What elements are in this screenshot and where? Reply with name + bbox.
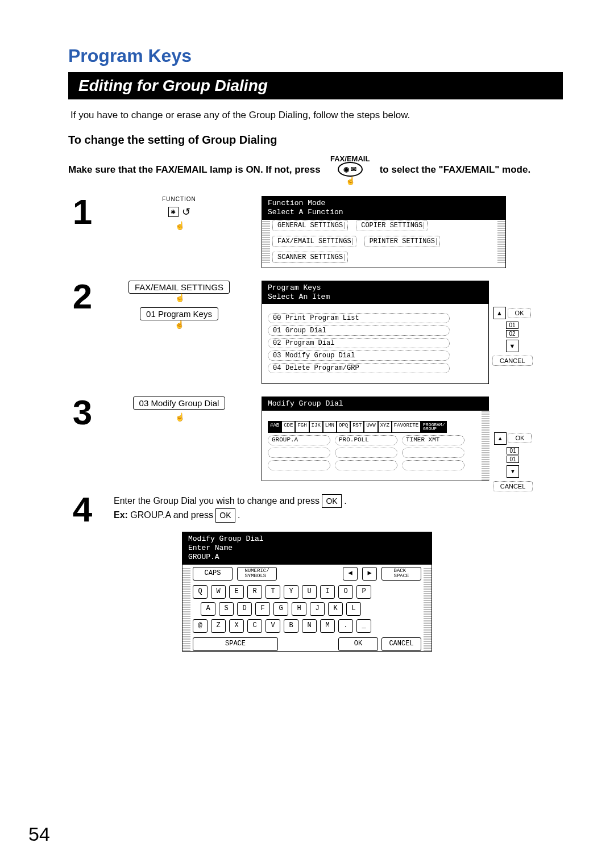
empty-field[interactable] bbox=[402, 460, 464, 470]
modify-group-dial-button[interactable]: 03 Modify Group Dial bbox=[133, 397, 226, 410]
key[interactable]: T bbox=[265, 585, 280, 599]
scroll-up-icon[interactable]: ▲ bbox=[494, 432, 507, 445]
step-1: 1 FUNCTION ✱ ↺ ☝ Function Mode Select A … bbox=[68, 196, 563, 268]
list-item[interactable]: 04Delete Program/GRP bbox=[268, 363, 450, 373]
cancel-button[interactable]: CANCEL bbox=[493, 481, 533, 491]
scroll-down-icon[interactable]: ▼ bbox=[506, 340, 518, 352]
scroll-up-icon[interactable]: ▲ bbox=[493, 307, 506, 319]
step4-text: Enter the Group Dial you wish to change … bbox=[114, 496, 322, 506]
ok-inline-button[interactable]: OK bbox=[215, 508, 235, 522]
tab[interactable]: PROGRAM/ GROUP bbox=[421, 421, 447, 432]
list-item[interactable]: 02Program Dial bbox=[268, 338, 450, 348]
tab[interactable]: FAVORITE bbox=[392, 421, 421, 432]
menu-scanner-settings[interactable]: SCANNER SETTINGS bbox=[272, 252, 348, 263]
press-hand-icon: ☝ bbox=[175, 222, 185, 229]
screen-header-line: Select An Item bbox=[268, 293, 483, 302]
key[interactable]: D bbox=[237, 602, 252, 616]
cancel-key[interactable]: CANCEL bbox=[381, 637, 421, 651]
key[interactable]: @ bbox=[193, 619, 208, 633]
empty-field[interactable] bbox=[402, 448, 464, 458]
key[interactable]: V bbox=[265, 619, 280, 633]
caps-key[interactable]: CAPS bbox=[193, 567, 233, 581]
tab[interactable]: UVW bbox=[364, 421, 377, 432]
menu-general-settings[interactable]: GENERAL SETTINGS bbox=[272, 220, 348, 231]
screen-keyboard: Modify Group Dial Enter Name GROUP.A CAP… bbox=[182, 532, 432, 652]
ok-button[interactable]: OK bbox=[508, 433, 532, 443]
section-bar: Editing for Group Dialing bbox=[68, 72, 563, 99]
press-hand-icon: ☝ bbox=[175, 320, 184, 328]
backspace-key[interactable]: BACK SPACE bbox=[381, 567, 421, 581]
screen-header-line: Function Mode bbox=[268, 199, 500, 208]
list-item[interactable]: 00Print Program List bbox=[268, 313, 450, 323]
key[interactable]: P bbox=[356, 585, 371, 599]
key[interactable]: B bbox=[284, 619, 298, 633]
key[interactable]: J bbox=[310, 602, 325, 616]
key[interactable]: L bbox=[346, 602, 361, 616]
screen-program-keys: Program Keys Select An Item 00Print Prog… bbox=[262, 281, 489, 385]
tab[interactable]: OPQ bbox=[337, 421, 350, 432]
asterisk-key-icon[interactable]: ✱ bbox=[168, 207, 179, 217]
menu-copier-settings[interactable]: COPIER SETTINGS bbox=[356, 220, 428, 231]
tab[interactable]: XYZ bbox=[378, 421, 392, 432]
timer-xmt-field[interactable]: TIMER XMT bbox=[402, 435, 464, 445]
key[interactable]: E bbox=[229, 585, 244, 599]
cursor-left-key[interactable]: ◀ bbox=[343, 567, 358, 581]
group-field[interactable]: GROUP.A bbox=[268, 435, 330, 445]
scroll-down-icon[interactable]: ▼ bbox=[507, 465, 519, 478]
key[interactable]: W bbox=[211, 585, 226, 599]
key[interactable]: Q bbox=[193, 585, 208, 599]
space-key[interactable]: SPACE bbox=[193, 637, 278, 651]
empty-field[interactable] bbox=[335, 448, 397, 458]
list-item[interactable]: 03Modify Group Dial bbox=[268, 350, 450, 361]
empty-field[interactable] bbox=[268, 460, 330, 470]
cursor-right-key[interactable]: ▶ bbox=[362, 567, 377, 581]
key[interactable]: H bbox=[292, 602, 306, 616]
tab[interactable]: RST bbox=[350, 421, 364, 432]
loop-icon: ↺ bbox=[182, 206, 190, 218]
empty-field[interactable] bbox=[268, 448, 330, 458]
key[interactable]: R bbox=[247, 585, 262, 599]
fax-email-button-icon[interactable]: ◉ ✉ bbox=[338, 162, 363, 177]
tab[interactable]: LMN bbox=[323, 421, 337, 432]
step4-text: GROUP.A and press bbox=[130, 510, 215, 520]
key[interactable]: X bbox=[229, 619, 244, 633]
key[interactable]: C bbox=[247, 619, 262, 633]
tab[interactable]: FGH bbox=[295, 421, 309, 432]
instr-post: to select the "FAX/EMAIL" mode. bbox=[380, 164, 531, 176]
cancel-button[interactable]: CANCEL bbox=[492, 356, 533, 366]
numeric-symbols-key[interactable]: NUMERIC/ SYMBOLS bbox=[237, 567, 277, 581]
key[interactable]: . bbox=[338, 619, 353, 633]
key[interactable]: O bbox=[338, 585, 353, 599]
ok-inline-button[interactable]: OK bbox=[322, 494, 341, 508]
key[interactable]: A bbox=[201, 602, 215, 616]
program-keys-button[interactable]: 01 Program Keys bbox=[140, 307, 218, 320]
tab[interactable]: IJK bbox=[309, 421, 323, 432]
step-number: 2 bbox=[68, 281, 97, 312]
key[interactable]: _ bbox=[356, 619, 371, 633]
subheading: To change the setting of Group Dialing bbox=[68, 133, 563, 147]
ok-key[interactable]: OK bbox=[338, 637, 378, 651]
key[interactable]: K bbox=[328, 602, 343, 616]
tab[interactable]: #AB bbox=[268, 421, 281, 432]
step-number: 3 bbox=[68, 397, 97, 428]
list-item[interactable]: 01Group Dial bbox=[268, 326, 450, 336]
key[interactable]: G bbox=[273, 602, 288, 616]
key[interactable]: M bbox=[320, 619, 335, 633]
key[interactable]: Y bbox=[284, 585, 298, 599]
key[interactable]: N bbox=[302, 619, 317, 633]
key[interactable]: S bbox=[219, 602, 234, 616]
key[interactable]: Z bbox=[211, 619, 226, 633]
empty-field[interactable] bbox=[335, 460, 397, 470]
tab[interactable]: CDE bbox=[281, 421, 295, 432]
fax-email-settings-button[interactable]: FAX/EMAIL SETTINGS bbox=[128, 281, 230, 294]
menu-printer-settings[interactable]: PRINTER SETTINGS bbox=[364, 236, 440, 247]
key[interactable]: F bbox=[255, 602, 270, 616]
screen-header-line: Program Keys bbox=[268, 283, 483, 293]
instr-pre: Make sure that the FAX/EMAIL lamp is ON.… bbox=[68, 164, 321, 176]
menu-fax-email-settings[interactable]: FAX/EMAIL SETTINGS bbox=[272, 236, 356, 247]
key[interactable]: U bbox=[302, 585, 317, 599]
propoll-field[interactable]: PRO.POLL bbox=[335, 435, 397, 445]
key[interactable]: I bbox=[320, 585, 335, 599]
ok-button[interactable]: OK bbox=[508, 308, 532, 318]
step-3: 3 03 Modify Group Dial ☝ Modify Group Di… bbox=[68, 397, 563, 481]
